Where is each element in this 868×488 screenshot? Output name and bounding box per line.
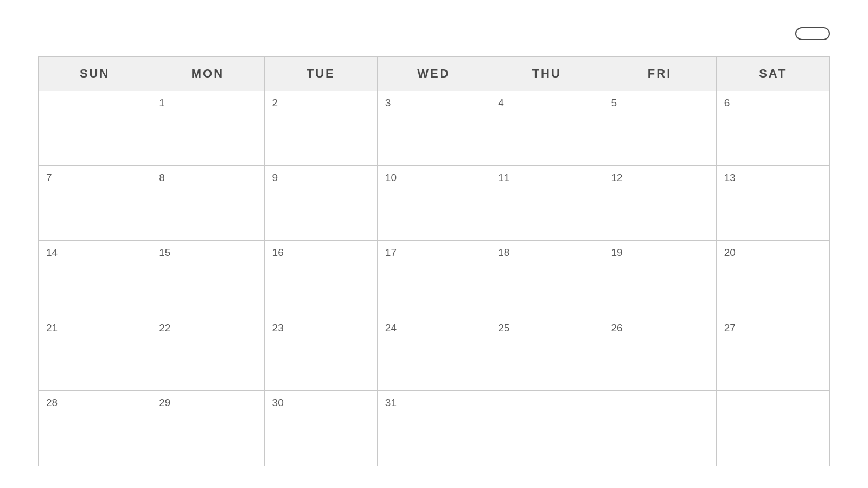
- day-cell[interactable]: 16: [265, 241, 378, 316]
- day-cell[interactable]: 18: [490, 241, 603, 316]
- week-row-2: 78910111213: [39, 166, 829, 241]
- day-number: 13: [724, 172, 736, 183]
- week-row-5: 28293031: [39, 391, 829, 466]
- calendar-header: [38, 27, 830, 40]
- day-number: 3: [385, 97, 391, 108]
- day-number: 11: [498, 172, 509, 183]
- day-number: 5: [611, 97, 617, 108]
- day-number: 31: [385, 397, 397, 408]
- day-cell[interactable]: [490, 391, 603, 466]
- day-number: 8: [159, 172, 165, 183]
- calendar-page: SUNMONTUEWEDTHUFRISAT 123456789101112131…: [0, 0, 868, 488]
- day-cell[interactable]: 7: [39, 166, 151, 241]
- day-header-wed: WED: [378, 57, 490, 91]
- day-cell[interactable]: 10: [378, 166, 490, 241]
- day-cell[interactable]: 4: [490, 91, 603, 166]
- day-number: 14: [46, 247, 58, 258]
- day-number: 22: [159, 322, 170, 333]
- day-number: 24: [385, 322, 397, 333]
- day-cell[interactable]: 13: [717, 166, 829, 241]
- day-number: 21: [46, 322, 58, 333]
- day-cell[interactable]: 14: [39, 241, 151, 316]
- day-number: 7: [46, 172, 52, 183]
- week-row-1: 123456: [39, 91, 829, 166]
- day-cell[interactable]: 20: [717, 241, 829, 316]
- week-row-3: 14151617181920: [39, 241, 829, 316]
- day-number: 6: [724, 97, 730, 108]
- day-cell[interactable]: 12: [603, 166, 716, 241]
- day-cell[interactable]: 11: [490, 166, 603, 241]
- day-number: 28: [46, 397, 58, 408]
- day-number: 19: [611, 247, 622, 258]
- day-headers-row: SUNMONTUEWEDTHUFRISAT: [39, 57, 829, 91]
- year-badge: [795, 27, 830, 40]
- day-cell[interactable]: 1: [151, 91, 264, 166]
- calendar-grid: SUNMONTUEWEDTHUFRISAT 123456789101112131…: [38, 56, 830, 466]
- day-number: 10: [385, 172, 397, 183]
- day-header-thu: THU: [490, 57, 603, 91]
- day-number: 4: [498, 97, 504, 108]
- day-cell[interactable]: 28: [39, 391, 151, 466]
- day-number: 9: [272, 172, 278, 183]
- day-number: 20: [724, 247, 736, 258]
- day-number: 17: [385, 247, 397, 258]
- day-cell[interactable]: 15: [151, 241, 264, 316]
- day-cell[interactable]: [603, 391, 716, 466]
- day-number: 1: [159, 97, 165, 108]
- day-cell[interactable]: 29: [151, 391, 264, 466]
- day-number: 26: [611, 322, 622, 333]
- day-header-tue: TUE: [265, 57, 378, 91]
- day-cell[interactable]: 3: [378, 91, 490, 166]
- day-header-sat: SAT: [717, 57, 829, 91]
- day-cell[interactable]: 23: [265, 316, 378, 391]
- day-number: 18: [498, 247, 509, 258]
- day-header-mon: MON: [151, 57, 264, 91]
- day-number: 15: [159, 247, 170, 258]
- day-cell[interactable]: 22: [151, 316, 264, 391]
- day-number: 27: [724, 322, 736, 333]
- calendar-weeks: 1234567891011121314151617181920212223242…: [39, 91, 829, 466]
- day-cell[interactable]: 24: [378, 316, 490, 391]
- day-cell[interactable]: [39, 91, 151, 166]
- day-number: 25: [498, 322, 509, 333]
- day-number: 12: [611, 172, 622, 183]
- day-cell[interactable]: 6: [717, 91, 829, 166]
- day-number: 30: [272, 397, 284, 408]
- week-row-4: 21222324252627: [39, 316, 829, 391]
- day-cell[interactable]: [717, 391, 829, 466]
- day-cell[interactable]: 17: [378, 241, 490, 316]
- day-number: 23: [272, 322, 284, 333]
- day-cell[interactable]: 21: [39, 316, 151, 391]
- day-cell[interactable]: 8: [151, 166, 264, 241]
- day-cell[interactable]: 2: [265, 91, 378, 166]
- day-cell[interactable]: 27: [717, 316, 829, 391]
- day-cell[interactable]: 26: [603, 316, 716, 391]
- day-number: 2: [272, 97, 278, 108]
- day-cell[interactable]: 9: [265, 166, 378, 241]
- day-header-sun: SUN: [39, 57, 151, 91]
- day-cell[interactable]: 30: [265, 391, 378, 466]
- day-cell[interactable]: 19: [603, 241, 716, 316]
- day-number: 16: [272, 247, 284, 258]
- day-number: 29: [159, 397, 170, 408]
- day-cell[interactable]: 25: [490, 316, 603, 391]
- day-cell[interactable]: 5: [603, 91, 716, 166]
- day-cell[interactable]: 31: [378, 391, 490, 466]
- day-header-fri: FRI: [603, 57, 716, 91]
